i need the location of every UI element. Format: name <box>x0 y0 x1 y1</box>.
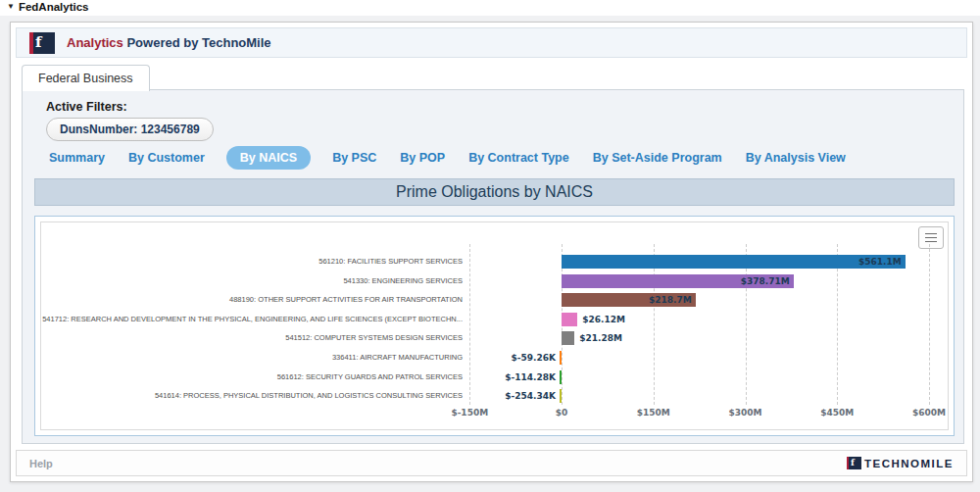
gridline--150m <box>469 244 470 405</box>
tab-by-set-aside-program[interactable]: By Set-Aside Program <box>591 146 724 170</box>
footer-brand: f TECHNOMILE <box>847 457 954 469</box>
x-axis-tick: $300M <box>728 408 761 418</box>
bar-value-label: $-114.28K <box>505 370 556 384</box>
app-header: ▼ FedAnalytics <box>7 1 89 13</box>
card-footer: Help f TECHNOMILE <box>16 450 967 476</box>
tab-by-analysis-view[interactable]: By Analysis View <box>744 146 848 170</box>
bar-541512[interactable] <box>562 331 574 345</box>
tab-federal-business-label: Federal Business <box>38 72 133 85</box>
app-title: FedAnalytics <box>19 1 89 13</box>
category-label: 561612: SECURITY GUARDS AND PATROL SERVI… <box>41 372 463 382</box>
tab-by-psc[interactable]: By PSC <box>330 146 378 170</box>
category-label: 541712: RESEARCH AND DEVELOPMENT IN THE … <box>41 315 463 324</box>
category-label: 541330: ENGINEERING SERVICES <box>41 276 463 286</box>
tab-by-naics[interactable]: By NAICS <box>226 146 311 170</box>
browser-top-strip: ▼ FedAnalytics <box>0 0 980 16</box>
x-axis-tick: $150M <box>637 408 670 418</box>
category-label: 541614: PROCESS, PHYSICAL DISTRIBUTION, … <box>41 391 463 401</box>
x-axis-tick: $600M <box>912 408 946 418</box>
brand-title: Analytics Powered by TechnoMile <box>67 35 271 50</box>
duns-number-filter-pill[interactable]: DunsNumber: 123456789 <box>46 118 214 141</box>
x-axis-tick: $0 <box>556 408 568 418</box>
collapse-triangle-icon[interactable]: ▼ <box>7 3 15 11</box>
bar-value-label: $561.1M <box>858 255 902 269</box>
tab-content-panel: Active Filters: DunsNumber: 123456789 Su… <box>22 89 964 444</box>
bar-336411[interactable] <box>560 351 562 365</box>
bar-value-label: $26.12M <box>582 313 625 326</box>
tab-summary[interactable]: Summary <box>47 146 107 170</box>
bar-value-label: $218.7M <box>649 293 692 307</box>
brand-analytics: Analytics <box>67 35 123 50</box>
tab-by-customer[interactable]: By Customer <box>126 146 207 170</box>
bar-value-label: $21.28M <box>579 331 622 345</box>
bar-value-label: $-59.26K <box>512 351 556 365</box>
bar-541614[interactable] <box>560 389 562 403</box>
bar-chart-plot: $-150M$0$150M$300M$450M$600M561210: FACI… <box>41 222 948 429</box>
active-filters-heading: Active Filters: <box>46 100 127 114</box>
category-label: 488190: OTHER SUPPORT ACTIVITIES FOR AIR… <box>41 295 463 305</box>
technomile-footer-logo-icon: f <box>847 457 861 469</box>
x-axis-tick: $450M <box>820 408 854 418</box>
main-card: f Analytics Powered by TechnoMile Federa… <box>10 22 973 482</box>
help-link[interactable]: Help <box>29 458 53 469</box>
category-label: 336411: AIRCRAFT MANUFACTURING <box>41 353 463 363</box>
analysis-tabs: SummaryBy CustomerBy NAICSBy PSCBy POPBy… <box>47 145 944 170</box>
bar-541712[interactable] <box>562 313 577 326</box>
x-axis-tick: $-150M <box>451 408 488 418</box>
tab-by-pop[interactable]: By POP <box>398 146 447 170</box>
category-label: 561210: FACILITIES SUPPORT SERVICES <box>41 257 463 267</box>
bar-561210[interactable] <box>562 255 906 269</box>
chart-panel: $-150M$0$150M$300M$450M$600M561210: FACI… <box>34 216 955 436</box>
footer-brand-wordmark: TECHNOMILE <box>864 458 954 469</box>
technomile-logo-icon: f <box>29 32 55 54</box>
bar-value-label: $378.71M <box>741 274 790 288</box>
chart-title: Prime Obligations by NAICS <box>396 183 593 201</box>
bar-561612[interactable] <box>560 370 562 384</box>
tab-federal-business[interactable]: Federal Business <box>22 65 150 91</box>
tab-by-contract-type[interactable]: By Contract Type <box>466 146 571 170</box>
bar-value-label: $-254.34K <box>505 389 556 403</box>
chart-inner-frame: $-150M$0$150M$300M$450M$600M561210: FACI… <box>40 221 949 430</box>
category-label: 541512: COMPUTER SYSTEMS DESIGN SERVICES <box>41 333 463 343</box>
chart-title-banner: Prime Obligations by NAICS <box>34 178 955 206</box>
brand-powered-by: Powered by TechnoMile <box>123 35 271 50</box>
gridline--600m <box>929 244 930 405</box>
brand-band: f Analytics Powered by TechnoMile <box>16 27 967 58</box>
